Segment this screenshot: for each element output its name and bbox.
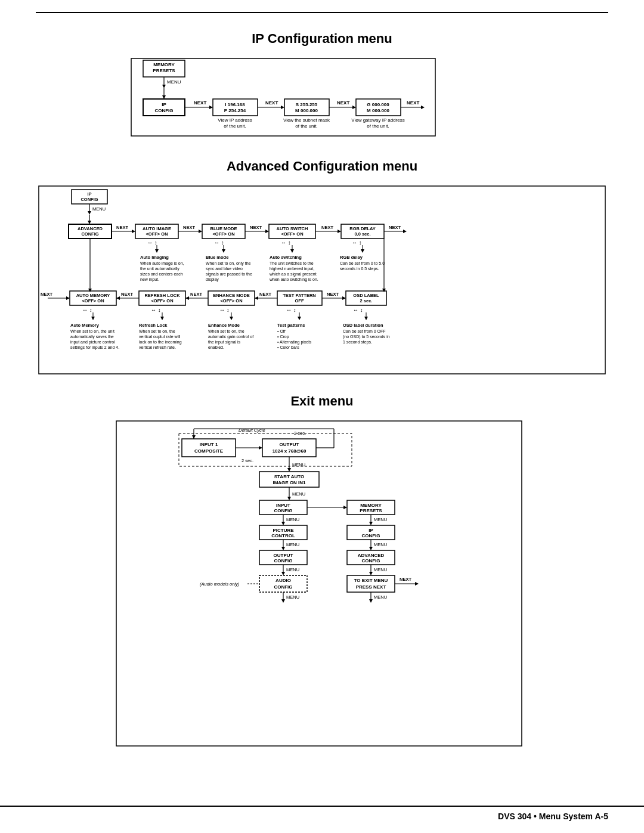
- svg-marker-226: [369, 522, 373, 525]
- svg-text:MENU: MENU: [286, 517, 299, 522]
- svg-text:<OFF>  ON: <OFF> ON: [220, 298, 242, 304]
- svg-text:NEXT: NEXT: [250, 225, 262, 230]
- svg-text:MEMORY: MEMORY: [360, 503, 382, 508]
- footer: DVS 304 • Menu System A-5: [0, 806, 644, 821]
- svg-text:↔: ↔: [82, 307, 88, 313]
- svg-text:INPUT: INPUT: [276, 503, 290, 508]
- svg-text:INPUT 1: INPUT 1: [200, 442, 218, 447]
- svg-text:AUTO IMAGE: AUTO IMAGE: [143, 226, 171, 231]
- svg-text:enabled.: enabled.: [208, 345, 224, 349]
- svg-text:CONFIG: CONFIG: [81, 231, 98, 237]
- svg-marker-215: [287, 497, 291, 500]
- svg-text:↕: ↕: [359, 240, 362, 246]
- svg-text:View IP address: View IP address: [218, 117, 252, 123]
- svg-text:Blue mode: Blue mode: [206, 255, 228, 260]
- svg-text:COMPOSITE: COMPOSITE: [194, 448, 224, 454]
- svg-text:ADVANCED: ADVANCED: [358, 553, 385, 558]
- svg-marker-137: [342, 296, 346, 300]
- svg-marker-198: [259, 446, 262, 450]
- svg-text:REFRESH LOCK: REFRESH LOCK: [144, 293, 180, 298]
- svg-text:PRESETS: PRESETS: [153, 68, 175, 73]
- svg-text:RGB DELAY: RGB DELAY: [349, 226, 375, 231]
- svg-marker-145: [91, 317, 95, 320]
- svg-marker-85: [222, 249, 225, 253]
- svg-text:↔: ↔: [353, 307, 358, 313]
- svg-text:<OFF>  ON: <OFF> ON: [212, 231, 234, 237]
- svg-text:• Alternating pixels: • Alternating pixels: [277, 340, 312, 345]
- adv-config-title: Advanced Configuration menu: [36, 159, 608, 174]
- svg-text:↔: ↔: [151, 307, 156, 313]
- svg-marker-267: [281, 599, 285, 603]
- svg-text:MENU: MENU: [286, 567, 299, 572]
- svg-text:<OFF>  ON: <OFF> ON: [145, 231, 168, 237]
- page-container: IP Configuration menu MEMORY PRESETS MEN…: [0, 0, 644, 833]
- svg-marker-157: [298, 317, 301, 320]
- svg-text:↕: ↕: [293, 307, 296, 313]
- svg-text:↔: ↔: [219, 307, 225, 313]
- svg-text:AUDIO: AUDIO: [275, 578, 291, 583]
- svg-text:0.0 sec.: 0.0 sec.: [354, 231, 370, 237]
- svg-text:NEXT: NEXT: [121, 292, 133, 297]
- svg-text:the unit automatically: the unit automatically: [140, 267, 179, 271]
- svg-text:NEXT: NEXT: [265, 100, 278, 106]
- svg-text:I 196.168: I 196.168: [225, 102, 245, 107]
- svg-text:signals are passed to the: signals are passed to the: [206, 272, 252, 277]
- svg-text:When set to on, the: When set to on, the: [139, 329, 175, 333]
- svg-text:automatic gain control of: automatic gain control of: [208, 335, 253, 339]
- svg-marker-76: [403, 230, 407, 233]
- svg-text:MENU: MENU: [286, 542, 299, 547]
- svg-text:NEXT: NEXT: [321, 225, 333, 230]
- svg-text:NEXT: NEXT: [259, 292, 271, 297]
- svg-text:START AUTO: START AUTO: [274, 474, 305, 479]
- svg-text:which as a signal present: which as a signal present: [269, 272, 317, 277]
- svg-text:NEXT: NEXT: [337, 100, 349, 106]
- svg-marker-238: [369, 572, 373, 575]
- svg-text:<OFF>  ON: <OFF> ON: [281, 231, 303, 237]
- svg-marker-259: [281, 572, 285, 575]
- svg-marker-247: [281, 522, 285, 525]
- svg-text:↕: ↕: [89, 307, 92, 313]
- svg-text:CONFIG: CONFIG: [80, 197, 98, 202]
- svg-text:Can be set from 0 OFF: Can be set from 0 OFF: [343, 329, 386, 333]
- svg-rect-39: [39, 186, 605, 374]
- svg-text:View gateway IP address: View gateway IP address: [351, 117, 405, 123]
- svg-text:CONFIG: CONFIG: [274, 558, 292, 563]
- svg-text:↕: ↕: [288, 240, 291, 246]
- svg-text:PRESETS: PRESETS: [360, 508, 382, 513]
- svg-text:CONFIG: CONFIG: [274, 508, 292, 513]
- svg-marker-44: [88, 211, 91, 215]
- adv-config-diagram: IP CONFIG MENU ADVANCED CONFIG NEXT AUTO…: [36, 185, 608, 376]
- svg-text:The unit switches to the: The unit switches to the: [270, 261, 314, 265]
- svg-text:M 000.000: M 000.000: [367, 108, 389, 113]
- svg-marker-81: [155, 249, 159, 253]
- svg-text:• Off: • Off: [277, 329, 286, 333]
- svg-text:IP: IP: [87, 191, 91, 197]
- svg-text:CONFIG: CONFIG: [361, 558, 380, 563]
- svg-text:the input signal is: the input signal is: [208, 340, 241, 345]
- svg-marker-153: [230, 317, 233, 320]
- svg-text:• Color bars: • Color bars: [277, 345, 299, 349]
- svg-text:Auto Memory: Auto Memory: [70, 323, 100, 328]
- svg-text:IP: IP: [162, 102, 166, 107]
- ip-config-diagram: MEMORY PRESETS MENU IP CONFIG NEXT I 196…: [36, 57, 608, 141]
- svg-marker-207: [192, 435, 196, 439]
- svg-text:NEXT: NEXT: [407, 100, 419, 106]
- svg-text:NEXT: NEXT: [41, 292, 52, 297]
- svg-text:MENU: MENU: [167, 79, 181, 85]
- svg-text:MENU: MENU: [374, 567, 387, 572]
- svg-text:CONFIG: CONFIG: [274, 584, 292, 590]
- svg-text:1024 x 768@60: 1024 x 768@60: [273, 448, 306, 454]
- svg-text:of the unit.: of the unit.: [295, 123, 317, 129]
- svg-marker-114: [66, 296, 70, 300]
- svg-marker-64: [265, 230, 269, 233]
- svg-text:<OFF>  ON: <OFF> ON: [151, 298, 173, 304]
- svg-text:RGB delay: RGB delay: [340, 255, 363, 260]
- adv-config-section: Advanced Configuration menu IP CONFIG ME…: [36, 159, 608, 376]
- svg-text:M 000.000: M 000.000: [295, 108, 318, 113]
- svg-text:View the subnet mask: View the subnet mask: [283, 117, 330, 123]
- svg-text:NEXT: NEXT: [327, 292, 339, 297]
- svg-text:Can be set from 0 to 5.0: Can be set from 0 to 5.0: [340, 261, 385, 265]
- ip-config-title: IP Configuration menu: [36, 31, 608, 47]
- svg-text:IP: IP: [369, 528, 373, 533]
- svg-marker-232: [369, 547, 373, 550]
